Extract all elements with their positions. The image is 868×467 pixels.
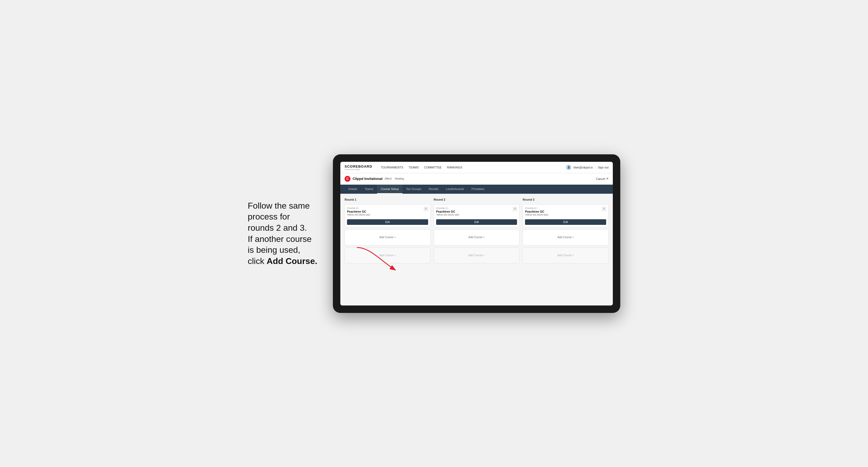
delete-course-3-btn[interactable]: ✕ <box>602 207 606 211</box>
sign-out-link[interactable]: Sign out <box>598 166 609 169</box>
add-course-text-2-disabled: Add Course + <box>468 254 485 257</box>
separator: | <box>595 166 596 169</box>
course-name-2: Peachtree GC <box>436 210 459 213</box>
add-course-round-1-disabled: Add Course + <box>345 247 431 263</box>
sub-header-left: C Clippd Invitational (Men) Hosting <box>345 176 596 182</box>
logo-main-text: SCOREBOARD <box>345 164 372 168</box>
tab-results[interactable]: Results <box>425 185 442 194</box>
user-avatar: 👤 <box>566 165 571 170</box>
round-1-course-card: (Course A) Peachtree GC Yellow (M) (6629… <box>345 205 431 227</box>
logo-sub-text: Powered by clippd <box>345 168 372 170</box>
add-course-round-3-active[interactable]: Add Course + <box>523 229 609 245</box>
delete-course-btn[interactable]: ✕ <box>424 207 428 211</box>
add-course-text-disabled: Add Course + <box>379 254 396 257</box>
instruction-text: Follow the same process for rounds 2 and… <box>248 201 317 266</box>
course-details-3: Yellow (M) (6629 yds) <box>525 213 548 216</box>
plus-icon-disabled: Add Course + <box>379 254 396 257</box>
rounds-grid: Round 1 (Course A) Peachtree GC Yellow (… <box>345 198 609 263</box>
card-header-3: (Course A) Peachtree GC Yellow (M) (6629… <box>525 207 606 218</box>
add-course-round-3-disabled: Add Course + <box>523 247 609 263</box>
card-actions: ✕ <box>424 207 428 211</box>
round-1-column: Round 1 (Course A) Peachtree GC Yellow (… <box>345 198 431 263</box>
edit-round-2-btn[interactable]: Edit <box>436 219 517 225</box>
card-header: (Course A) Peachtree GC Yellow (M) (6629… <box>347 207 428 218</box>
course-label-3: (Course A) <box>525 207 548 210</box>
tab-details[interactable]: Details <box>345 185 361 194</box>
course-info: (Course A) Peachtree GC Yellow (M) (6629… <box>347 207 370 218</box>
add-course-text-active: Add Course + <box>379 236 396 239</box>
top-nav: SCOREBOARD Powered by clippd TOURNAMENTS… <box>340 162 613 173</box>
content-area: Round 1 (Course A) Peachtree GC Yellow (… <box>340 194 613 306</box>
round-3-title: Round 3 <box>523 198 609 201</box>
nav-links: TOURNAMENTS TEAMS COMMITTEE RANKINGS <box>381 165 560 169</box>
card-actions-3: ✕ <box>602 207 606 211</box>
course-info-2: (Course A) Peachtree GC Yellow (M) (6629… <box>436 207 459 218</box>
tab-printables[interactable]: Printables <box>468 185 488 194</box>
edit-round-1-btn[interactable]: Edit <box>347 219 428 225</box>
instruction-panel: Follow the same process for rounds 2 and… <box>248 200 322 267</box>
round-1-title: Round 1 <box>345 198 431 201</box>
nav-committee[interactable]: COMMITTEE <box>424 165 442 169</box>
round-2-course-card: (Course A) Peachtree GC Yellow (M) (6629… <box>434 205 520 227</box>
round-2-title: Round 2 <box>434 198 520 201</box>
course-name: Peachtree GC <box>347 210 370 213</box>
course-info-3: (Course A) Peachtree GC Yellow (M) (6629… <box>525 207 548 218</box>
add-course-text-3-active: Add Course + <box>557 236 574 239</box>
course-label-2: (Course A) <box>436 207 459 210</box>
add-course-text-3-disabled: Add Course + <box>557 254 574 257</box>
scoreboard-logo: SCOREBOARD Powered by clippd <box>345 164 372 170</box>
plus-icon: Add Course + <box>379 236 396 239</box>
nav-rankings[interactable]: RANKINGS <box>447 165 462 169</box>
course-details: Yellow (M) (6629 yds) <box>347 213 370 216</box>
nav-tournaments[interactable]: TOURNAMENTS <box>381 165 403 169</box>
course-label: (Course A) <box>347 207 370 210</box>
tab-course-setup[interactable]: Course Setup <box>377 185 402 194</box>
round-2-column: Round 2 (Course A) Peachtree GC Yellow (… <box>434 198 520 263</box>
tablet-frame: SCOREBOARD Powered by clippd TOURNAMENTS… <box>333 154 620 313</box>
card-header-2: (Course A) Peachtree GC Yellow (M) (6629… <box>436 207 517 218</box>
tab-tee-groups[interactable]: Tee Groups <box>402 185 425 194</box>
add-course-text-2-active: Add Course + <box>468 236 485 239</box>
edit-round-3-btn[interactable]: Edit <box>525 219 606 225</box>
cancel-button[interactable]: Cancel ✕ <box>596 177 609 180</box>
add-course-round-2-active[interactable]: Add Course + <box>434 229 520 245</box>
tab-bar: Details Teams Course Setup Tee Groups Re… <box>340 185 613 194</box>
add-course-round-2-disabled: Add Course + <box>434 247 520 263</box>
delete-course-2-btn[interactable]: ✕ <box>513 207 517 211</box>
round-3-course-card: (Course A) Peachtree GC Yellow (M) (6629… <box>523 205 609 227</box>
course-details-2: Yellow (M) (6629 yds) <box>436 213 459 216</box>
nav-right: 👤 blair@clippd.io | Sign out <box>566 165 609 170</box>
card-actions-2: ✕ <box>513 207 517 211</box>
hosting-badge: Hosting <box>395 177 404 180</box>
clippd-logo-icon: C <box>345 176 350 182</box>
user-email: blair@clippd.io <box>574 166 593 169</box>
gender-badge: (Men) <box>385 177 392 180</box>
sub-header: C Clippd Invitational (Men) Hosting Canc… <box>340 173 613 185</box>
course-name-3: Peachtree GC <box>525 210 548 213</box>
add-course-round-1-active[interactable]: Add Course + <box>345 229 431 245</box>
tab-teams[interactable]: Teams <box>361 185 377 194</box>
tournament-title: Clippd Invitational <box>352 177 383 181</box>
tab-leaderboards[interactable]: Leaderboards <box>442 185 468 194</box>
tablet-screen: SCOREBOARD Powered by clippd TOURNAMENTS… <box>340 162 613 306</box>
nav-teams[interactable]: TEAMS <box>409 165 419 169</box>
round-3-column: Round 3 (Course A) Peachtree GC Yellow (… <box>523 198 609 263</box>
